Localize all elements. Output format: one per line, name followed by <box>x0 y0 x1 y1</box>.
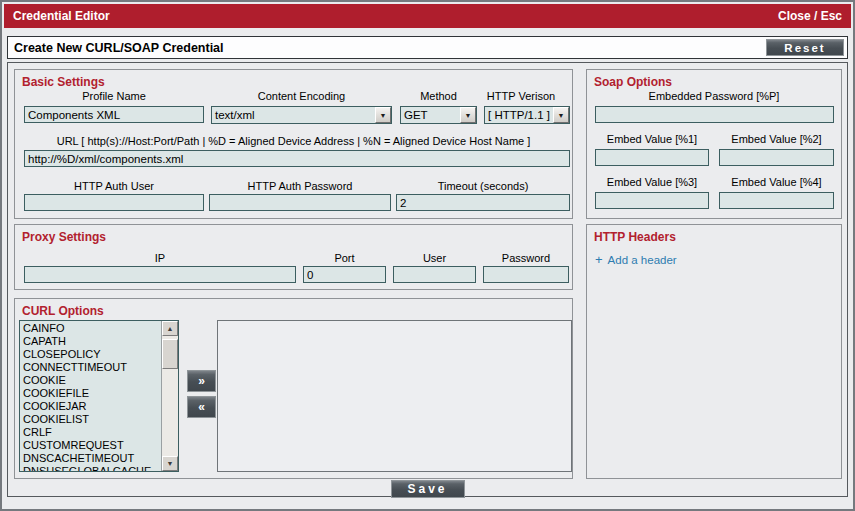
save-button[interactable]: Save <box>391 480 465 498</box>
embed-value-2-label: Embed Value [%2] <box>719 133 834 145</box>
embed-value-4-label: Embed Value [%4] <box>719 176 834 188</box>
curl-available-listbox[interactable]: CAINFOCAPATHCLOSEPOLICYCONNECTTIMEOUTCOO… <box>19 320 179 472</box>
proxy-ip-label: IP <box>24 252 296 264</box>
list-item[interactable]: CLOSEPOLICY <box>20 348 161 361</box>
main-panel: Basic Settings Profile Name Content Enco… <box>7 62 848 497</box>
method-select[interactable]: GET ▼ <box>400 106 477 124</box>
scroll-down-button[interactable]: ▼ <box>162 456 178 471</box>
url-input[interactable] <box>24 150 570 167</box>
list-item[interactable]: COOKIELIST <box>20 413 161 426</box>
content-encoding-select[interactable]: text/xml ▼ <box>211 106 392 124</box>
embed-value-3-label: Embed Value [%3] <box>595 176 709 188</box>
close-button[interactable]: Close / Esc <box>778 9 842 23</box>
content-encoding-label: Content Encoding <box>211 90 392 102</box>
list-item[interactable]: COOKIE <box>20 374 161 387</box>
dialog-title: Credential Editor <box>13 9 110 23</box>
embedded-password-input[interactable] <box>595 106 834 123</box>
timeout-input[interactable] <box>396 194 570 211</box>
list-item[interactable]: CONNECTTIMEOUT <box>20 361 161 374</box>
proxy-password-label: Password <box>483 252 569 264</box>
embed-value-1-label: Embed Value [%1] <box>595 133 709 145</box>
http-auth-password-input[interactable] <box>209 194 391 211</box>
profile-name-label: Profile Name <box>24 90 204 102</box>
list-item[interactable]: CRLF <box>20 426 161 439</box>
proxy-password-input[interactable] <box>483 266 569 283</box>
embedded-password-label: Embedded Password [%P] <box>587 90 841 102</box>
scrollbar[interactable]: ▲ ▼ <box>161 321 178 471</box>
profile-name-input[interactable] <box>24 106 204 123</box>
add-header-label: Add a header <box>608 254 677 266</box>
embed-value-3-input[interactable] <box>595 192 709 209</box>
title-bar: Credential Editor Close / Esc <box>4 4 851 28</box>
http-headers-title: HTTP Headers <box>594 230 676 244</box>
proxy-port-input[interactable] <box>303 266 386 283</box>
timeout-label: Timeout (seconds) <box>396 180 570 192</box>
list-item[interactable]: DNSUSEGLOBALCACHE <box>20 465 161 471</box>
add-option-button[interactable]: » <box>187 370 216 392</box>
list-item[interactable]: COOKIEJAR <box>20 400 161 413</box>
proxy-port-label: Port <box>303 252 386 264</box>
scrollbar-thumb[interactable] <box>162 339 178 369</box>
http-auth-user-label: HTTP Auth User <box>24 180 204 192</box>
header-bar: Create New CURL/SOAP Credential Reset <box>7 36 848 59</box>
proxy-user-input[interactable] <box>393 266 476 283</box>
proxy-settings-section: Proxy Settings IP Port User Password <box>14 224 573 290</box>
soap-options-title: Soap Options <box>594 75 672 89</box>
list-item[interactable]: CAPATH <box>20 335 161 348</box>
embed-value-4-input[interactable] <box>719 192 834 209</box>
url-label: URL [ http(s)://Host:Port/Path | %D = Al… <box>15 135 572 147</box>
curl-options-section: CURL Options CAINFOCAPATHCLOSEPOLICYCONN… <box>14 298 573 479</box>
http-auth-user-input[interactable] <box>24 194 204 211</box>
embed-value-1-input[interactable] <box>595 149 709 166</box>
proxy-settings-title: Proxy Settings <box>22 230 106 244</box>
list-item[interactable]: COOKIEFILE <box>20 387 161 400</box>
curl-options-title: CURL Options <box>22 304 104 318</box>
basic-settings-title: Basic Settings <box>22 75 105 89</box>
chevron-down-icon[interactable]: ▼ <box>553 107 569 123</box>
chevron-down-icon[interactable]: ▼ <box>460 107 476 123</box>
curl-selected-listbox[interactable] <box>217 320 572 472</box>
list-item[interactable]: CUSTOMREQUEST <box>20 439 161 452</box>
embed-value-2-input[interactable] <box>719 149 834 166</box>
proxy-ip-input[interactable] <box>24 266 296 283</box>
reset-button[interactable]: Reset <box>766 39 844 56</box>
list-item[interactable]: DNSCACHETIMEOUT <box>20 452 161 465</box>
chevron-down-icon[interactable]: ▼ <box>375 107 391 123</box>
plus-icon: + <box>595 255 603 265</box>
remove-option-button[interactable]: « <box>187 396 216 418</box>
page-title: Create New CURL/SOAP Credential <box>14 41 224 55</box>
method-label: Method <box>400 90 477 102</box>
http-auth-password-label: HTTP Auth Password <box>209 180 391 192</box>
credential-editor-dialog: Credential Editor Close / Esc Create New… <box>0 0 855 511</box>
add-header-link[interactable]: + Add a header <box>595 254 677 266</box>
basic-settings-section: Basic Settings Profile Name Content Enco… <box>14 69 573 219</box>
list-item[interactable]: CAINFO <box>20 322 161 335</box>
proxy-user-label: User <box>393 252 476 264</box>
footer: Save <box>8 480 847 498</box>
http-version-select[interactable]: [ HTTP/1.1 ] ▼ <box>484 106 570 124</box>
soap-options-section: Soap Options Embedded Password [%P] Embe… <box>586 69 842 219</box>
http-version-label: HTTP Verison <box>471 90 571 102</box>
scrollbar-track[interactable] <box>162 336 178 456</box>
scroll-up-button[interactable]: ▲ <box>162 321 178 336</box>
http-headers-section: HTTP Headers + Add a header <box>586 224 842 479</box>
curl-available-items: CAINFOCAPATHCLOSEPOLICYCONNECTTIMEOUTCOO… <box>20 321 161 471</box>
